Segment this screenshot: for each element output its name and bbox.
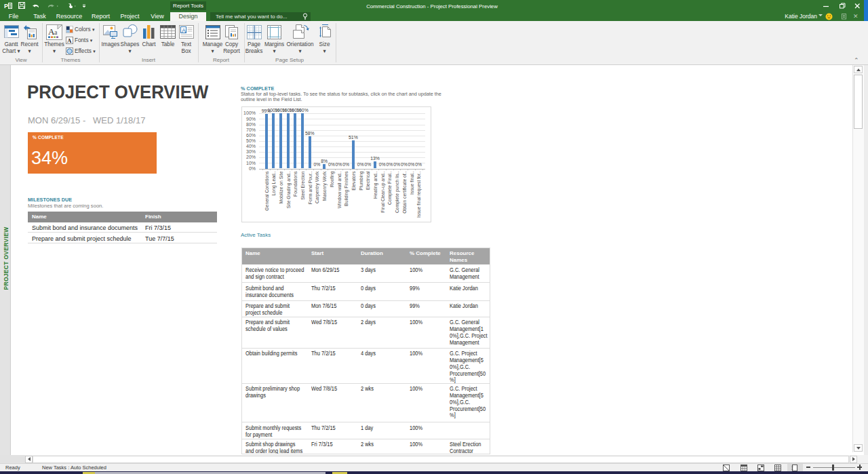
svg-text:A: A <box>67 37 72 44</box>
svg-text:P: P <box>4 3 8 9</box>
svg-text:a: a <box>54 28 58 36</box>
svg-text:A: A <box>182 27 186 34</box>
